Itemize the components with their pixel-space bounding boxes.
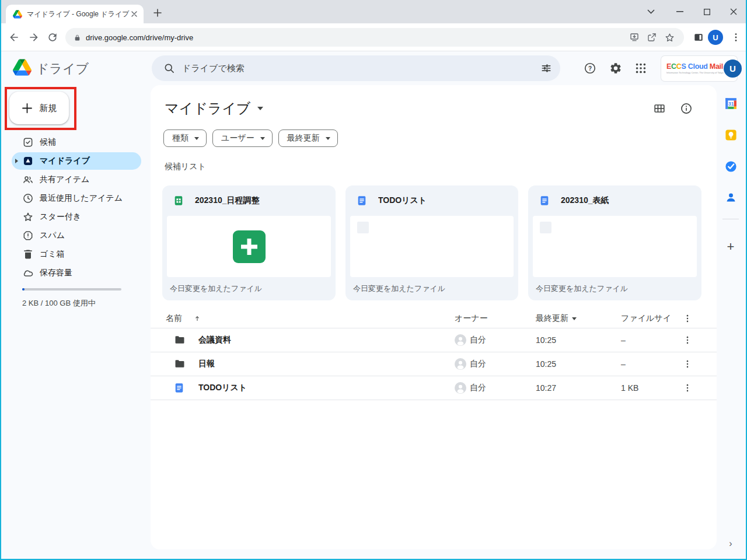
table-row[interactable]: TODOリスト 自分 10:27 1 KB [151, 376, 717, 400]
storage-progress-bar [22, 288, 121, 290]
file-thumbnail [167, 216, 331, 277]
chevron-down-icon [326, 137, 330, 140]
sidebar-nav: 候補 マイドライブ 共有アイテム 最近使用したアイテム スター付き スパム ゴミ… [0, 133, 151, 282]
suggestion-reason: 今日変更を加えたファイル [162, 277, 336, 300]
app-name: ドライブ [36, 60, 89, 78]
show-side-panel-chevron-icon[interactable]: › [723, 536, 738, 551]
add-side-panel-app-button[interactable]: + [723, 239, 738, 254]
tab-close-icon[interactable] [130, 9, 139, 19]
docs-file-icon [539, 195, 550, 206]
suggested-cards: 202310_日程調整 今日変更を加えたファイル TODOリスト 今日変更を加え… [162, 186, 701, 300]
browser-menu-icon[interactable] [730, 32, 742, 43]
storage-cloud-icon [22, 267, 34, 279]
tab-search-chevron-icon[interactable] [637, 0, 664, 23]
contacts-icon[interactable] [723, 190, 738, 205]
window-close-button[interactable] [720, 0, 747, 23]
file-thumbnail [533, 216, 697, 277]
thumbnail-ghost [540, 222, 551, 233]
suggested-card[interactable]: TODOリスト 今日変更を加えたファイル [345, 186, 518, 300]
row-menu-icon[interactable] [680, 352, 694, 376]
view-title-caret-icon [257, 107, 263, 110]
sidebar-item-trash[interactable]: ゴミ箱 [0, 245, 151, 264]
side-panel-icon[interactable] [693, 32, 704, 43]
owner-cell: 自分 [455, 328, 486, 352]
approval-check-icon [22, 136, 34, 148]
modified-cell: 10:25 [536, 352, 556, 376]
recent-clock-icon [22, 192, 34, 204]
google-apps-grid-icon[interactable] [634, 62, 647, 75]
sheets-logo-icon [233, 230, 266, 263]
search-placeholder: ドライブで検索 [182, 63, 540, 74]
install-icon[interactable] [626, 29, 643, 46]
browser-tab[interactable]: マイドライブ - Google ドライブ [6, 5, 144, 23]
svg-text:31: 31 [728, 100, 734, 106]
trash-icon [22, 249, 34, 260]
column-header-size[interactable]: ファイルサイ [621, 309, 671, 328]
sidebar-item-storage[interactable]: 保存容量 [0, 264, 151, 282]
window-maximize-button[interactable] [693, 0, 720, 23]
size-cell: – [621, 328, 626, 352]
chevron-down-icon [260, 137, 265, 140]
row-menu-icon[interactable] [680, 328, 694, 352]
drive-favicon-icon [13, 10, 22, 19]
filter-chip-type[interactable]: 種類 [163, 130, 207, 147]
table-header-row: 名前 オーナー 最終更新 ファイルサイ [151, 309, 717, 328]
table-options-icon[interactable] [680, 309, 694, 328]
spam-alert-icon [22, 230, 34, 242]
column-header-name[interactable]: 名前 [166, 309, 201, 328]
sidebar-item-shared[interactable]: 共有アイテム [0, 170, 151, 189]
expand-arrow-icon[interactable] [15, 159, 18, 163]
info-icon[interactable] [680, 102, 693, 115]
file-table: 名前 オーナー 最終更新 ファイルサイ 会議資料 自分 10:25 – [151, 309, 717, 400]
forward-icon[interactable] [28, 32, 40, 43]
settings-gear-icon[interactable] [609, 62, 622, 75]
file-thumbnail [350, 216, 514, 277]
view-title[interactable]: マイドライブ [165, 99, 263, 118]
size-cell: – [621, 352, 626, 376]
account-badge-subtitle: Information Technology Center, The Unive… [666, 72, 724, 74]
column-header-modified[interactable]: 最終更新 [536, 309, 577, 328]
folder-icon [174, 328, 186, 352]
grid-view-toggle-icon[interactable] [653, 102, 666, 115]
sidebar-item-starred[interactable]: スター付き [0, 208, 151, 226]
sidebar-item-my-drive[interactable]: マイドライブ [0, 152, 151, 170]
window-minimize-button[interactable] [666, 0, 693, 23]
back-icon[interactable] [8, 32, 20, 43]
keep-icon[interactable] [723, 127, 738, 142]
filter-chip-modified[interactable]: 最終更新 [278, 130, 338, 147]
table-row[interactable]: 会議資料 自分 10:25 – [151, 328, 717, 352]
my-drive-icon [22, 155, 34, 167]
row-menu-icon[interactable] [680, 376, 694, 400]
sidebar-item-suggested[interactable]: 候補 [0, 133, 151, 152]
lock-icon [74, 34, 81, 41]
table-row[interactable]: 日報 自分 10:25 – [151, 352, 717, 376]
tasks-icon[interactable] [723, 159, 738, 174]
column-header-owner[interactable]: オーナー [455, 309, 488, 328]
view-title-text: マイドライブ [165, 99, 250, 118]
browser-profile-avatar[interactable]: U [708, 30, 723, 45]
url-text: drive.google.com/drive/my-drive [86, 33, 626, 42]
filter-chip-people[interactable]: ユーザー [212, 130, 273, 147]
share-icon[interactable] [643, 29, 661, 46]
owner-avatar-icon [455, 382, 466, 394]
url-bar[interactable]: drive.google.com/drive/my-drive [65, 28, 684, 47]
sidebar-item-spam[interactable]: スパム [0, 226, 151, 245]
calendar-icon[interactable]: 31 [723, 96, 738, 111]
suggested-card[interactable]: 202310_表紙 今日変更を加えたファイル [528, 186, 701, 300]
suggested-card[interactable]: 202310_日程調整 今日変更を加えたファイル [162, 186, 336, 300]
bookmark-star-icon[interactable] [661, 29, 678, 46]
annotation-highlight-box [5, 87, 76, 130]
account-badge[interactable]: ECCS Cloud Mail Information Technology C… [661, 56, 737, 81]
new-tab-button[interactable] [151, 6, 165, 20]
drive-logo-icon[interactable] [13, 59, 32, 76]
help-icon[interactable]: ? [584, 62, 596, 75]
account-avatar[interactable]: U [724, 60, 742, 78]
sidebar-item-recent[interactable]: 最近使用したアイテム [0, 189, 151, 208]
reload-icon[interactable] [47, 32, 58, 43]
search-options-tune-icon[interactable] [540, 62, 552, 74]
search-input[interactable]: ドライブで検索 [152, 55, 560, 81]
owner-avatar-icon [455, 334, 466, 346]
docs-file-icon [357, 195, 367, 206]
modified-cell: 10:25 [536, 328, 556, 352]
search-icon[interactable] [163, 62, 175, 74]
